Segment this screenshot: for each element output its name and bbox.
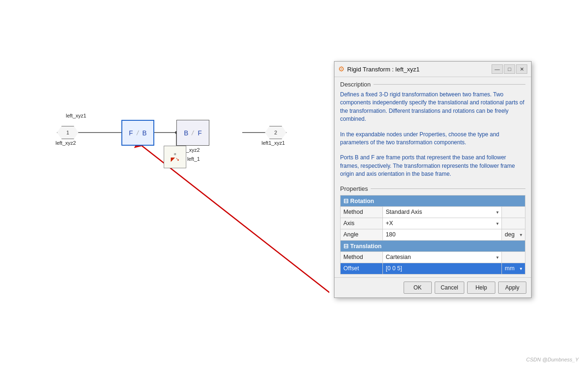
rotation-method-value[interactable]: Standard Axis ▾ [383, 206, 502, 218]
description-header-line [373, 84, 525, 85]
translation-offset-unit-text: mm [505, 265, 515, 272]
rotation-angle-value[interactable]: 180 [383, 229, 502, 240]
rotation-angle-text: 180 [386, 231, 396, 238]
properties-header-line [371, 188, 525, 189]
rotation-method-unit [502, 206, 525, 218]
dialog-buttons: OK Cancel Help Apply [334, 277, 531, 298]
translation-method-dropdown-icon: ▾ [496, 255, 499, 260]
description-section: Description Defines a fixed 3-D rigid tr… [334, 77, 531, 183]
rotation-axis-label: Axis [341, 218, 383, 229]
properties-table: ⊟ Rotation Method Standard Axis ▾ [340, 195, 525, 274]
rotation-angle-unit-text: deg [505, 231, 515, 238]
dialog-title-text: Rigid Transform : left_xyz1 [347, 66, 420, 73]
description-header-label: Description [340, 81, 371, 88]
cancel-button[interactable]: Cancel [435, 282, 464, 294]
rotation-axis-row: Axis +X ▾ [341, 218, 525, 229]
small-block-label: left_1 [187, 156, 200, 162]
port2-label: 2 [274, 130, 277, 135]
translation-offset-label: Offset [341, 263, 383, 274]
rotation-method-text: Standard Axis [386, 209, 422, 215]
minimize-button[interactable]: — [492, 64, 503, 74]
translation-offset-unit[interactable]: mm ▾ [502, 263, 525, 274]
translation-method-label: Method [341, 251, 383, 263]
rotation-angle-row: Angle 180 deg ▾ [341, 229, 525, 240]
dialog-title: ⚙ Rigid Transform : left_xyz1 [338, 65, 420, 73]
main-block-label-top: left_xyz1 [66, 113, 86, 118]
description-header: Description [340, 81, 525, 88]
translation-method-unit [502, 251, 525, 263]
translation-offset-unit-dropdown-icon: ▾ [520, 266, 522, 271]
apply-button[interactable]: Apply [498, 282, 526, 294]
translation-method-value[interactable]: Cartesian ▾ [383, 251, 502, 263]
rotation-axis-text: +X [386, 220, 393, 227]
rotation-angle-unit-dropdown-icon: ▾ [520, 232, 522, 237]
rotation-axis-unit [502, 218, 525, 229]
port1-sublabel: left_xyz2 [56, 140, 76, 146]
rotation-angle-label: Angle [341, 229, 383, 240]
rotation-method-dropdown-icon: ▾ [496, 210, 499, 215]
rotation-group-label: ⊟ Rotation [341, 195, 525, 206]
main-transform-block[interactable]: F ⟋ B [121, 120, 154, 146]
description-text2: In the expandable nodes under Properties… [340, 131, 525, 147]
port2-sublabel: left1_xyz1 [262, 140, 285, 146]
translation-method-text: Cartesian [386, 254, 411, 260]
translation-group-row[interactable]: ⊟ Translation [341, 240, 525, 251]
rotation-axis-dropdown-icon: ▾ [496, 221, 499, 226]
translation-method-row: Method Cartesian ▾ [341, 251, 525, 263]
rotation-angle-unit[interactable]: deg ▾ [502, 229, 525, 240]
mid-transform-block[interactable]: B ⟋ F [176, 120, 209, 146]
dialog-titlebar: ⚙ Rigid Transform : left_xyz1 — □ ✕ [334, 62, 531, 77]
watermark: CSDN @Dumbness_Y [526, 357, 579, 362]
description-text3: Ports B and F are frame ports that repre… [340, 154, 525, 178]
port1-label: 1 [66, 130, 69, 135]
properties-section: Properties ⊟ Rotation Method Standard Ax… [334, 183, 531, 277]
rotation-method-row: Method Standard Axis ▾ [341, 206, 525, 218]
properties-header: Properties [340, 185, 525, 192]
ok-button[interactable]: OK [404, 282, 432, 294]
help-button[interactable]: Help [467, 282, 495, 294]
rotation-group-row[interactable]: ⊟ Rotation [341, 195, 525, 206]
rotation-method-label: Method [341, 206, 383, 218]
close-button[interactable]: ✕ [516, 64, 527, 74]
translation-group-label: ⊟ Translation [341, 240, 525, 251]
translation-offset-value[interactable]: [0 0 5] [383, 263, 502, 274]
maximize-button[interactable]: □ [504, 64, 515, 74]
dialog-body: Description Defines a fixed 3-D rigid tr… [334, 77, 531, 298]
translation-offset-text: [0 0 5] [386, 265, 402, 272]
dialog-title-icon: ⚙ [338, 65, 344, 73]
rotation-axis-value[interactable]: +X ▾ [383, 218, 502, 229]
dialog-controls[interactable]: — □ ✕ [492, 64, 527, 74]
rigid-transform-dialog: ⚙ Rigid Transform : left_xyz1 — □ ✕ Desc… [334, 61, 532, 298]
translation-offset-row: Offset [0 0 5] mm ▾ [341, 263, 525, 274]
description-text1: Defines a fixed 3-D rigid transformation… [340, 91, 525, 124]
properties-header-label: Properties [340, 185, 368, 192]
small-block[interactable]: α ◤ ↘ [164, 146, 186, 168]
